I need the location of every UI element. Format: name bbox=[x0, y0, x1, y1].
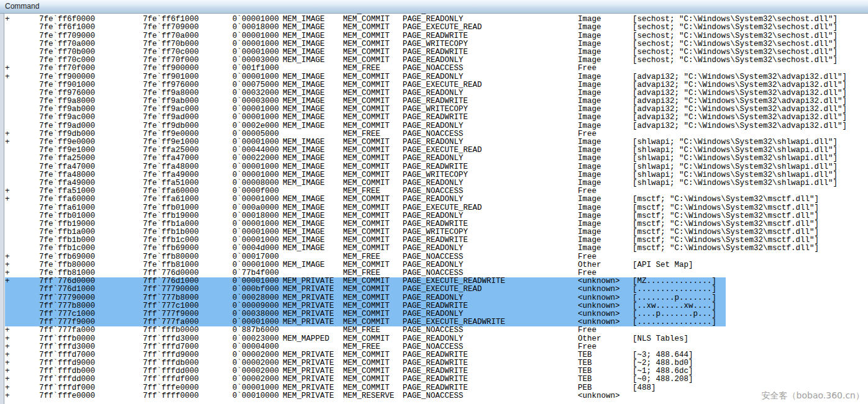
base-address-cell: 7fe`ffb1c000 bbox=[39, 245, 95, 253]
expand-flag[interactable]: + bbox=[5, 253, 10, 261]
state-cell: MEM_COMMIT bbox=[343, 294, 390, 302]
memory-row[interactable]: 7fe`ffa25000 7fe`ffa47000 0`00022000 MEM… bbox=[5, 155, 868, 163]
details-cell: [shlwapi; "C:\Windows\System32\shlwapi.d… bbox=[633, 179, 838, 187]
watermark-text: 安全客（bobao.360.cn） bbox=[762, 390, 864, 402]
left-border-strip bbox=[0, 14, 4, 404]
end-address-cell: 7fe`ffa49000 bbox=[143, 171, 199, 179]
memory-row[interactable]: 7fe`ffa47000 7fe`ffa48000 0`00001000 MEM… bbox=[5, 163, 868, 171]
type-cell: MEM_PRIVATE bbox=[283, 318, 334, 326]
memory-row[interactable]: + 7fe`ff70f000 7fe`ff900000 0`001f1000 M… bbox=[5, 65, 868, 73]
expand-flag[interactable]: + bbox=[5, 392, 10, 400]
memory-row[interactable]: + 7fe`ffa60000 7fe`ffa61000 0`00001000 M… bbox=[5, 195, 868, 204]
expand-flag[interactable]: + bbox=[5, 277, 10, 285]
type-cell: MEM_PRIVATE bbox=[283, 302, 334, 310]
base-address-cell: 7fe`ff901000 bbox=[39, 81, 95, 89]
memory-row[interactable]: + 7fe`ff900000 7fe`ff901000 0`00001000 M… bbox=[5, 73, 868, 81]
base-address-cell: 7ff`fffd3000 bbox=[39, 343, 95, 351]
usage-cell: Free bbox=[578, 343, 596, 351]
type-cell: MEM_IMAGE bbox=[283, 204, 325, 212]
memory-row[interactable]: + 7ff`777fa000 7ff`fffb0000 0`887b6000 M… bbox=[5, 326, 868, 334]
base-address-cell: 7fe`ff6f1000 bbox=[39, 24, 95, 32]
type-cell: MEM_IMAGE bbox=[283, 122, 325, 130]
end-address-cell: 7fe`ff9db000 bbox=[143, 122, 199, 130]
protect-cell: PAGE_READONLY bbox=[403, 245, 464, 253]
state-cell: MEM_COMMIT bbox=[343, 73, 390, 81]
type-cell: MEM_IMAGE bbox=[283, 81, 325, 89]
protect-cell: PAGE_NOACCESS bbox=[403, 326, 464, 334]
memory-row[interactable]: 7fe`ff9ac000 7fe`ff9ad000 0`00001000 MEM… bbox=[5, 114, 868, 122]
protect-cell: PAGE_READWRITE bbox=[403, 384, 468, 392]
type-cell: MEM_IMAGE bbox=[283, 32, 325, 40]
memory-row[interactable]: 7fe`ff9ad000 7fe`ff9db000 0`0002e000 MEM… bbox=[5, 122, 868, 130]
expand-flag[interactable]: + bbox=[5, 375, 10, 384]
memory-row[interactable]: + 7ff`fffd3000 7ff`fffd7000 0`00004000 M… bbox=[5, 343, 868, 351]
expand-flag[interactable]: + bbox=[5, 65, 10, 73]
state-cell: MEM_COMMIT bbox=[343, 81, 390, 89]
memory-row[interactable]: + 7ff`fffdf000 7ff`fffe0000 0`00001000 M… bbox=[5, 384, 868, 392]
memory-row[interactable]: + 7ff`fffb0000 7ff`fffd3000 0`00023000 M… bbox=[5, 335, 868, 343]
command-output-area[interactable]: + 7fe`ff4ce000 7fe`ff6f0000 0`00222000 M… bbox=[0, 14, 868, 404]
usage-cell: Free bbox=[578, 65, 596, 73]
end-address-cell: 7ff`777b8000 bbox=[143, 294, 199, 302]
state-cell: MEM_COMMIT bbox=[343, 245, 390, 253]
memory-row[interactable]: 7fe`ff70a000 7fe`ff70b000 0`00001000 MEM… bbox=[5, 40, 868, 48]
memory-row[interactable]: 7ff`77790000 7ff`777b8000 0`00028000 MEM… bbox=[5, 294, 868, 302]
details-cell: [shlwapi; "C:\Windows\System32\shlwapi.d… bbox=[633, 163, 838, 171]
memory-row[interactable]: 7ff`777b8000 7ff`777c1000 0`00009000 MEM… bbox=[5, 302, 868, 310]
base-address-cell: 7fe`ffa48000 bbox=[39, 171, 95, 179]
usage-cell: TEB bbox=[578, 375, 592, 384]
memory-row[interactable]: 7ff`776d1000 7ff`77790000 0`000bf000 MEM… bbox=[5, 285, 868, 294]
memory-row[interactable]: 7fe`ff901000 7fe`ff976000 0`00075000 MEM… bbox=[5, 81, 868, 89]
details-cell: [advapi32; "C:\Windows\System32\advapi32… bbox=[633, 122, 847, 130]
state-cell: MEM_COMMIT bbox=[343, 114, 390, 122]
state-cell: MEM_COMMIT bbox=[343, 40, 390, 48]
region-size-cell: 0`00001000 bbox=[232, 384, 279, 392]
protect-cell: PAGE_WRITECOPY bbox=[403, 40, 468, 48]
memory-row[interactable]: 7fe`ff709000 7fe`ff70a000 0`00001000 MEM… bbox=[5, 32, 868, 40]
base-address-cell: 7fe`ffa60000 bbox=[39, 195, 95, 204]
memory-row[interactable]: + 7ff`fffe0000 7ff`ffff0000 0`00010000 M… bbox=[5, 392, 868, 400]
details-cell: [..xw......xw....] bbox=[633, 302, 716, 310]
usage-cell: Image bbox=[578, 204, 601, 212]
protect-cell: PAGE_READONLY bbox=[403, 294, 464, 302]
state-cell: MEM_FREE bbox=[343, 65, 380, 73]
command-pane-titlebar[interactable]: Command bbox=[0, 0, 868, 14]
details-cell: [........p.......] bbox=[633, 294, 716, 302]
memory-row[interactable]: 7fe`ffa48000 7fe`ffa49000 0`00001000 MEM… bbox=[5, 171, 868, 179]
base-address-cell: 7fe`ffa25000 bbox=[39, 155, 95, 163]
expand-flag[interactable]: + bbox=[5, 195, 10, 204]
memory-row[interactable]: 7fe`ff6f1000 7fe`ff709000 0`00018000 MEM… bbox=[5, 24, 868, 32]
base-address-cell: 7fe`ffb69000 bbox=[39, 253, 95, 261]
memory-row[interactable]: 7fe`ffb1c000 7fe`ffb69000 0`0004d000 MEM… bbox=[5, 245, 868, 253]
end-address-cell: 7fe`ff976000 bbox=[143, 81, 199, 89]
base-address-cell: 7ff`fffdd000 bbox=[39, 375, 95, 384]
protect-cell: PAGE_READWRITE bbox=[403, 375, 468, 384]
base-address-cell: 7ff`776d1000 bbox=[39, 285, 95, 294]
memory-row[interactable]: + 7ff`fffdd000 7ff`fffdf000 0`00002000 M… bbox=[5, 375, 868, 384]
protect-cell: PAGE_READONLY bbox=[403, 335, 464, 343]
details-cell: [shlwapi; "C:\Windows\System32\shlwapi.d… bbox=[633, 155, 838, 163]
usage-cell: Image bbox=[578, 122, 601, 130]
protect-cell: PAGE_WRITECOPY bbox=[403, 171, 468, 179]
memory-row[interactable]: 7fe`ffa61000 7fe`ffb01000 0`000a0000 MEM… bbox=[5, 204, 868, 212]
expand-flag[interactable]: + bbox=[5, 384, 10, 392]
expand-flag[interactable]: + bbox=[5, 138, 10, 146]
expand-flag[interactable]: + bbox=[5, 343, 10, 351]
usage-cell: Other bbox=[578, 335, 601, 343]
expand-flag[interactable]: + bbox=[5, 73, 10, 81]
end-address-cell: 7fe`ffa61000 bbox=[143, 195, 199, 204]
expand-flag[interactable]: + bbox=[5, 335, 10, 343]
expand-flag[interactable]: + bbox=[5, 326, 10, 334]
region-size-cell: 0`00010000 bbox=[232, 392, 279, 400]
region-size-cell: 0`00001000 bbox=[232, 114, 279, 122]
state-cell: MEM_FREE bbox=[343, 326, 380, 334]
usage-cell: <unknown> bbox=[578, 302, 620, 310]
type-cell: MEM_IMAGE bbox=[283, 171, 325, 179]
usage-cell: Free bbox=[578, 326, 596, 334]
expand-flag[interactable]: + bbox=[5, 16, 10, 24]
memory-row[interactable]: 7fe`ffb01000 7fe`ffb19000 0`00018000 MEM… bbox=[5, 212, 868, 220]
details-cell: [sechost; "C:\Windows\System32\sechost.d… bbox=[633, 32, 838, 40]
memory-row[interactable]: + 7fe`ffb69000 7fe`ffb80000 0`00017000 M… bbox=[5, 253, 868, 261]
state-cell: MEM_COMMIT bbox=[343, 384, 390, 392]
usage-cell: Free bbox=[578, 253, 596, 261]
